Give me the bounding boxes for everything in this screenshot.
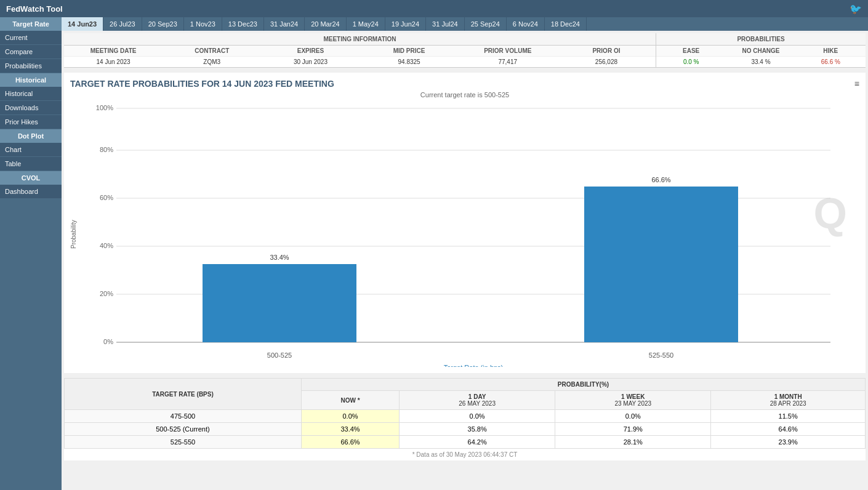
prob-nochange-label: NO CHANGE bbox=[726, 46, 795, 57]
week-475-500: 0.0% bbox=[555, 410, 711, 423]
sidebar-section-cvol[interactable]: CVOL bbox=[0, 171, 62, 185]
prob-nochange-value: 33.4 % bbox=[726, 57, 795, 67]
val-expires: 30 Jun 2023 bbox=[261, 57, 360, 67]
tab-31jul24[interactable]: 31 Jul24 bbox=[426, 17, 465, 31]
svg-text:525-550: 525-550 bbox=[649, 351, 673, 359]
svg-text:Target Rate (in bps): Target Rate (in bps) bbox=[444, 364, 504, 367]
th-1week: 1 WEEK23 MAY 2023 bbox=[555, 391, 711, 410]
sidebar-item-probabilities[interactable]: Probabilities bbox=[0, 59, 62, 73]
sidebar-item-current[interactable]: Current bbox=[0, 31, 62, 45]
svg-text:0%: 0% bbox=[103, 338, 113, 345]
table-row: 475-500 0.0% 0.0% 0.0% 11.5% bbox=[65, 410, 866, 423]
y-axis-label: Probability bbox=[70, 102, 77, 367]
sidebar-item-prior-hikes[interactable]: Prior Hikes bbox=[0, 115, 62, 129]
th-probability: PROBABILITY(%) bbox=[301, 379, 865, 391]
th-1month: 1 MONTH28 APR 2023 bbox=[711, 391, 866, 410]
bar-chart: 0% 20% 40% 60% 80% 100% bbox=[79, 102, 859, 367]
chart-title: TARGET RATE PROBABILITIES FOR 14 JUN 202… bbox=[70, 79, 859, 89]
table-row: 525-550 66.6% 64.2% 28.1% 23.9% bbox=[65, 436, 866, 449]
svg-text:20%: 20% bbox=[100, 290, 113, 297]
tab-bar: 14 Jun23 26 Jul23 20 Sep23 1 Nov23 13 De… bbox=[62, 17, 868, 31]
sidebar-item-downloads[interactable]: Downloads bbox=[0, 101, 62, 115]
prob-headers-row: EASE NO CHANGE HIKE bbox=[656, 46, 866, 57]
tab-1may24[interactable]: 1 May24 bbox=[347, 17, 385, 31]
sidebar-item-chart[interactable]: Chart bbox=[0, 143, 62, 157]
month-500-525: 64.6% bbox=[711, 423, 866, 436]
meeting-section: MEETING INFORMATION MEETING DATE CONTRAC… bbox=[64, 33, 866, 68]
prob-ease-value: 0.0 % bbox=[656, 57, 726, 67]
prob-hike-label: HIKE bbox=[796, 46, 866, 57]
now-525-550: 66.6% bbox=[301, 436, 399, 449]
bar-500-525 bbox=[203, 264, 356, 342]
app-header: FedWatch Tool 🐦 bbox=[0, 0, 868, 17]
svg-text:500-525: 500-525 bbox=[267, 351, 292, 359]
sidebar-section-target-rate[interactable]: Target Rate bbox=[0, 17, 62, 31]
prob-values-row: 0.0 % 33.4 % 66.6 % bbox=[656, 57, 866, 67]
svg-text:80%: 80% bbox=[100, 146, 113, 153]
val-mid-price: 94.8325 bbox=[360, 57, 459, 67]
month-525-550: 23.9% bbox=[711, 436, 866, 449]
probability-table-section: TARGET RATE (BPS) PROBABILITY(%) NOW * 1… bbox=[64, 378, 866, 460]
tab-18dec24[interactable]: 18 Dec24 bbox=[545, 17, 587, 31]
day-525-550: 64.2% bbox=[400, 436, 555, 449]
probability-table: TARGET RATE (BPS) PROBABILITY(%) NOW * 1… bbox=[64, 378, 866, 449]
tab-6nov24[interactable]: 6 Nov24 bbox=[507, 17, 545, 31]
svg-text:33.4%: 33.4% bbox=[270, 254, 289, 261]
svg-text:66.6%: 66.6% bbox=[651, 176, 670, 183]
tab-20mar24[interactable]: 20 Mar24 bbox=[305, 17, 346, 31]
sidebar-item-compare[interactable]: Compare bbox=[0, 45, 62, 59]
prob-hike-value: 66.6 % bbox=[796, 57, 866, 67]
rate-475-500: 475-500 bbox=[65, 410, 302, 423]
tab-25sep24[interactable]: 25 Sep24 bbox=[465, 17, 507, 31]
tab-31jan24[interactable]: 31 Jan24 bbox=[264, 17, 305, 31]
now-500-525: 33.4% bbox=[301, 423, 399, 436]
twitter-icon[interactable]: 🐦 bbox=[850, 3, 862, 15]
th-now: NOW * bbox=[301, 391, 399, 410]
chart-section: TARGET RATE PROBABILITIES FOR 14 JUN 202… bbox=[64, 73, 866, 373]
tab-13dec23[interactable]: 13 Dec23 bbox=[222, 17, 264, 31]
val-prior-volume: 77,417 bbox=[459, 57, 557, 67]
tab-19jun24[interactable]: 19 Jun24 bbox=[385, 17, 426, 31]
probabilities-block: PROBABILITIES EASE NO CHANGE HIKE 0.0 % … bbox=[656, 33, 866, 67]
main-content: 14 Jun23 26 Jul23 20 Sep23 1 Nov23 13 De… bbox=[62, 17, 868, 490]
sidebar-section-historical[interactable]: Historical bbox=[0, 73, 62, 87]
tab-20sep23[interactable]: 20 Sep23 bbox=[142, 17, 184, 31]
meeting-info-data-row: 14 Jun 2023 ZQM3 30 Jun 2023 94.8325 77,… bbox=[64, 57, 656, 67]
val-meeting-date: 14 Jun 2023 bbox=[64, 57, 163, 67]
prob-ease-label: EASE bbox=[656, 46, 726, 57]
col-expires: EXPIRES bbox=[261, 46, 360, 57]
col-mid-price: MID PRICE bbox=[360, 46, 459, 57]
col-meeting-date: MEETING DATE bbox=[64, 46, 163, 57]
val-contract: ZQM3 bbox=[163, 57, 261, 67]
sidebar-item-table[interactable]: Table bbox=[0, 157, 62, 171]
meeting-info-headers-row: MEETING DATE CONTRACT EXPIRES MID PRICE … bbox=[64, 46, 656, 57]
sidebar-item-dashboard[interactable]: Dashboard bbox=[0, 185, 62, 199]
val-prior-oi: 256,028 bbox=[557, 57, 656, 67]
tab-14jun23[interactable]: 14 Jun23 bbox=[62, 17, 103, 31]
sidebar: Target Rate Current Compare Probabilitie… bbox=[0, 17, 62, 490]
th-rate: TARGET RATE (BPS) bbox=[65, 379, 302, 410]
month-475-500: 11.5% bbox=[711, 410, 866, 423]
now-475-500: 0.0% bbox=[301, 410, 399, 423]
table-footer-note: * Data as of 30 May 2023 06:44:37 CT bbox=[64, 449, 866, 460]
bar-525-550 bbox=[584, 187, 738, 342]
chart-subtitle: Current target rate is 500-525 bbox=[70, 91, 859, 98]
col-prior-oi: PRIOR OI bbox=[557, 46, 656, 57]
day-500-525: 35.8% bbox=[400, 423, 555, 436]
week-525-550: 28.1% bbox=[555, 436, 711, 449]
col-contract: CONTRACT bbox=[163, 46, 261, 57]
app-title: FedWatch Tool bbox=[6, 4, 63, 14]
tab-1nov23[interactable]: 1 Nov23 bbox=[184, 17, 222, 31]
svg-text:40%: 40% bbox=[100, 242, 113, 249]
svg-text:60%: 60% bbox=[100, 194, 113, 201]
table-row: 500-525 (Current) 33.4% 35.8% 71.9% 64.6… bbox=[65, 423, 866, 436]
col-prior-volume: PRIOR VOLUME bbox=[459, 46, 557, 57]
sidebar-section-dot-plot[interactable]: Dot Plot bbox=[0, 129, 62, 143]
sidebar-item-historical[interactable]: Historical bbox=[0, 87, 62, 101]
th-1day: 1 DAY26 MAY 2023 bbox=[400, 391, 555, 410]
tab-26jul23[interactable]: 26 Jul23 bbox=[103, 17, 142, 31]
meeting-info-header: MEETING INFORMATION bbox=[64, 33, 656, 46]
week-500-525: 71.9% bbox=[555, 423, 711, 436]
meeting-info-block: MEETING INFORMATION MEETING DATE CONTRAC… bbox=[64, 33, 656, 67]
chart-menu-icon[interactable]: ≡ bbox=[854, 79, 859, 89]
